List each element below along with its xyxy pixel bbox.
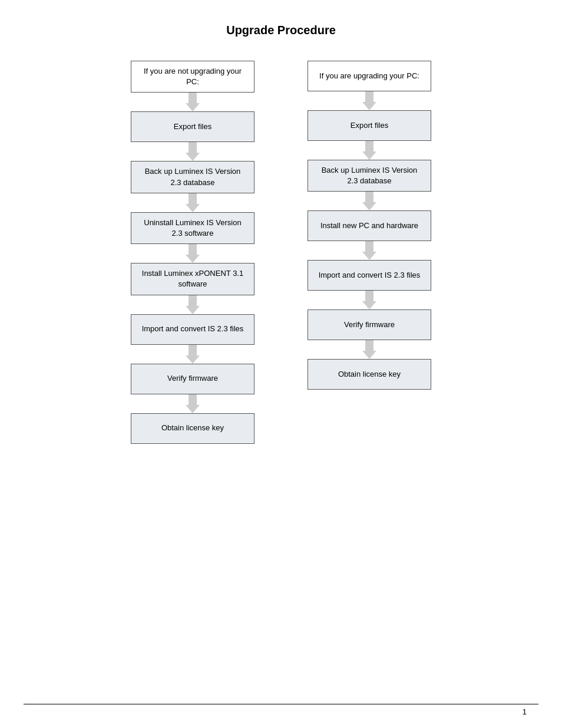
right-step-6: Obtain license key [308,359,431,390]
arrow-shaft [189,244,197,255]
left-step-2: Back up Luminex IS Version 2.3 database [131,161,254,193]
arrow-l0 [186,93,200,111]
right-step-0: If you are upgrading your PC: [308,61,431,91]
arrow-head [186,306,200,314]
arrow-r2 [362,192,376,210]
arrow-head [186,355,200,364]
diagram-container: If you are not upgrading your PC: Export… [35,61,527,444]
arrow-head [362,151,376,160]
page-title: Upgrade Procedure [35,24,527,37]
arrow-head [362,102,376,110]
right-step-1: Export files [308,110,431,141]
arrow-shaft [365,141,373,151]
arrow-head [186,153,200,161]
arrow-head [362,202,376,210]
arrow-l5 [186,345,200,364]
arrow-shaft [189,193,197,204]
right-step-5: Verify firmware [308,309,431,340]
footer-page-number: 1 [523,707,527,716]
arrow-r1 [362,141,376,160]
arrow-shaft [189,295,197,306]
arrow-shaft [365,291,373,301]
arrow-head [186,255,200,263]
arrow-r0 [362,91,376,110]
arrow-l3 [186,244,200,263]
arrow-shaft [189,93,197,103]
right-step-2: Back up Luminex IS Version 2.3 database [308,160,431,192]
arrow-shaft [189,394,197,405]
arrow-shaft [189,142,197,153]
arrow-r3 [362,241,376,260]
arrow-head [362,252,376,260]
left-step-0: If you are not upgrading your PC: [131,61,254,93]
right-column: If you are upgrading your PC: Export fil… [305,61,434,444]
arrow-head [186,204,200,212]
arrow-l1 [186,142,200,161]
arrow-r5 [362,340,376,359]
arrow-shaft [365,91,373,102]
arrow-l4 [186,295,200,314]
right-step-4: Import and convert IS 2.3 files [308,260,431,291]
arrow-l6 [186,394,200,413]
arrow-head [186,103,200,111]
arrow-shaft [189,345,197,355]
left-step-3: Uninstall Luminex IS Version 2.3 softwar… [131,212,254,244]
right-step-3: Install new PC and hardware [308,210,431,241]
left-step-7: Obtain license key [131,413,254,444]
arrow-shaft [365,340,373,351]
footer-line [24,704,538,704]
arrow-r4 [362,291,376,309]
arrow-l2 [186,193,200,212]
left-step-6: Verify firmware [131,364,254,394]
arrow-shaft [365,192,373,202]
arrow-head [186,405,200,413]
left-step-4: Install Luminex xPONENT 3.1 software [131,263,254,295]
left-step-5: Import and convert IS 2.3 files [131,314,254,345]
arrow-head [362,351,376,359]
arrow-shaft [365,241,373,252]
left-column: If you are not upgrading your PC: Export… [128,61,257,444]
arrow-head [362,301,376,309]
page: Upgrade Procedure If you are not upgradi… [0,0,562,728]
left-step-1: Export files [131,111,254,142]
